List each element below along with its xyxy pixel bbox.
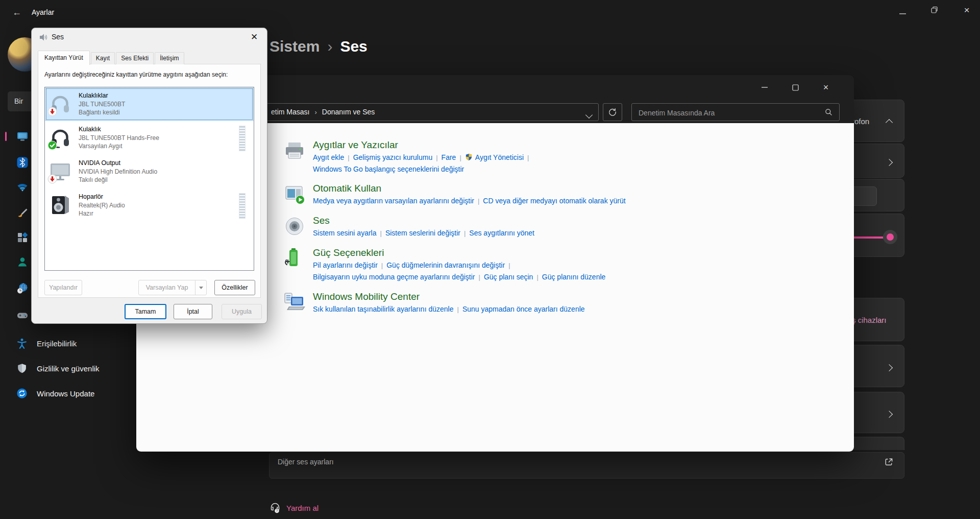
- minimize-icon[interactable]: [758, 81, 771, 93]
- cp-task-link[interactable]: Pil ayarlarını değiştir: [313, 261, 378, 269]
- ok-button[interactable]: Tamam: [125, 304, 166, 319]
- dialog-title: Ses: [52, 33, 64, 41]
- chevron-right-icon[interactable]: [887, 158, 893, 164]
- sidebar-item-system[interactable]: [16, 130, 29, 143]
- cp-section-title[interactable]: Windows Mobility Center: [313, 290, 585, 303]
- cp-task-link[interactable]: Medya veya aygıtların varsayılan ayarlar…: [313, 197, 474, 205]
- apply-button[interactable]: Uygula: [222, 304, 262, 319]
- sidebar-item-accessibility[interactable]: Erişilebilirlik: [5, 333, 133, 354]
- cp-section: SesSistem sesini ayarla|Sistem seslerini…: [283, 214, 794, 239]
- search-input[interactable]: [632, 104, 823, 122]
- properties-button[interactable]: Özellikler: [214, 280, 255, 295]
- cp-section-title[interactable]: Otomatik Kullan: [313, 182, 626, 195]
- cp-task-link[interactable]: Aygıt Yöneticisi: [465, 153, 524, 161]
- search-box[interactable]: [631, 103, 840, 121]
- tab-2[interactable]: Ses Efekti: [116, 52, 154, 64]
- close-icon[interactable]: ✕: [247, 31, 262, 44]
- address-dropdown-icon[interactable]: [586, 110, 592, 115]
- sidebar-item-windows-update[interactable]: Windows Update: [5, 383, 133, 404]
- cp-section: Windows Mobility CenterSık kullanılan ta…: [283, 290, 794, 315]
- address-breadcrumb: etim Masası›Donanım ve Ses: [271, 104, 375, 121]
- pair-device-link-fragment[interactable]: ş cihazları: [852, 315, 887, 324]
- cancel-button[interactable]: İptal: [174, 304, 212, 319]
- mobility-icon: [283, 291, 306, 314]
- cp-link-row: Medya veya aygıtların varsayılan ayarlar…: [313, 195, 626, 207]
- device-row[interactable]: HoparlörRealtek(R) AudioHazır: [45, 188, 254, 222]
- cp-section: Aygıtlar ve YazıcılarAygıt ekle|Gelişmiş…: [283, 138, 794, 175]
- app-title: Ayarlar: [32, 8, 54, 16]
- tab-0[interactable]: Kayıttan Yürüt: [38, 51, 90, 65]
- volume-slider-handle[interactable]: [883, 230, 897, 244]
- restore-icon[interactable]: [931, 6, 938, 13]
- close-icon[interactable]: ×: [819, 81, 832, 93]
- set-default-button[interactable]: Varsayılan Yap: [138, 280, 195, 295]
- refresh-button[interactable]: [603, 103, 622, 121]
- cp-task-link[interactable]: CD veya diğer medyayı otomatik olarak yü…: [483, 197, 625, 205]
- breadcrumb-current[interactable]: Donanım ve Ses: [322, 108, 375, 116]
- cp-task-link[interactable]: Güç planı seçin: [484, 273, 533, 281]
- help-headset-icon: ?: [269, 502, 281, 514]
- cp-link-row: Aygıt ekle|Gelişmiş yazıcı kurulumu|Fare…: [313, 152, 532, 163]
- sidebar-item-accounts[interactable]: [16, 256, 29, 268]
- refresh-icon: [608, 107, 617, 116]
- cp-link-row: Sık kullanılan taşınabilirlik ayarlarını…: [313, 303, 585, 315]
- shield-icon: [16, 363, 28, 374]
- breadcrumb-parent[interactable]: Sistem: [270, 38, 320, 55]
- cp-task-link[interactable]: Güç planını düzenle: [542, 273, 606, 281]
- breadcrumb-fragment[interactable]: etim Masası: [271, 108, 309, 116]
- sidebar-item-apps[interactable]: [16, 231, 29, 244]
- cp-section-title[interactable]: Güç Seçenekleri: [313, 246, 605, 260]
- headphones-icon: [49, 92, 71, 115]
- device-row[interactable]: KulaklıkJBL TUNE500BT Hands-FreeVarsayıl…: [45, 121, 254, 155]
- cp-link-row: Bilgisayarın uyku moduna geçme ayarların…: [313, 271, 605, 283]
- cp-task-link[interactable]: Sistem sesini ayarla: [313, 229, 377, 237]
- cp-task-link[interactable]: Gelişmiş yazıcı kurulumu: [353, 153, 433, 161]
- cp-task-link[interactable]: Sistem seslerini değiştir: [385, 229, 460, 237]
- close-icon[interactable]: ×: [961, 3, 973, 17]
- link-separator: |: [524, 154, 532, 161]
- tab-1[interactable]: Kayıt: [91, 52, 115, 64]
- chevron-right-icon[interactable]: [887, 363, 893, 369]
- microphone-card-title-fragment: rofon: [852, 116, 869, 125]
- cp-section-title[interactable]: Aygıtlar ve Yazıcılar: [313, 138, 532, 152]
- tab-3[interactable]: İletişim: [155, 52, 184, 64]
- sidebar-item-network[interactable]: [16, 181, 29, 193]
- sidebar-item-bluetooth[interactable]: [16, 156, 29, 169]
- cp-section-body: Windows Mobility CenterSık kullanılan ta…: [313, 290, 585, 315]
- search-icon: [824, 108, 833, 116]
- cp-task-link[interactable]: Windows To Go başlangıç seçeneklerini de…: [313, 165, 464, 173]
- devices-printers-icon: [283, 139, 306, 162]
- cp-task-link[interactable]: Fare: [442, 153, 456, 161]
- device-status: Bağlantı kesildi: [79, 109, 120, 116]
- cp-section-body: Aygıtlar ve YazıcılarAygıt ekle|Gelişmiş…: [313, 138, 532, 175]
- device-row[interactable]: NVIDIA OutputNVIDIA High Definition Audi…: [45, 155, 254, 188]
- chevron-right-icon[interactable]: [887, 410, 893, 416]
- back-button[interactable]: ←: [9, 5, 24, 19]
- cp-link-row: Windows To Go başlangıç seçeneklerini de…: [313, 163, 532, 175]
- uac-shield-icon: [465, 153, 473, 161]
- sidebar-item-personalization[interactable]: [16, 207, 29, 220]
- cp-task-link[interactable]: Aygıt ekle: [313, 153, 344, 161]
- page-title: Ses: [340, 38, 367, 55]
- apps-icon: [16, 231, 29, 244]
- maximize-icon[interactable]: [789, 81, 802, 93]
- set-default-dropdown-icon[interactable]: [195, 280, 207, 295]
- cp-task-link[interactable]: Sık kullanılan taşınabilirlik ayarlarını…: [313, 305, 453, 313]
- device-detail: JBL TUNE500BT: [79, 101, 125, 108]
- chevron-up-icon[interactable]: [887, 118, 893, 124]
- device-row[interactable]: KulaklıklarJBL TUNE500BTBağlantı kesildi: [45, 87, 254, 121]
- sidebar-item-time-language[interactable]: [16, 282, 29, 295]
- cp-task-link[interactable]: Ses aygıtlarını yönet: [469, 229, 534, 237]
- more-sound-settings-card[interactable]: Diğer ses ayarları: [269, 452, 904, 479]
- device-list[interactable]: KulaklıklarJBL TUNE500BTBağlantı kesildi…: [44, 87, 254, 271]
- get-help-link[interactable]: ? Yardım al: [269, 502, 422, 516]
- cp-section-body: Otomatik KullanMedya veya aygıtların var…: [313, 182, 626, 207]
- sidebar-item-gaming[interactable]: [16, 309, 29, 321]
- sidebar-item-privacy[interactable]: Gizlilik ve güvenlik: [5, 358, 133, 379]
- cp-section-title[interactable]: Ses: [313, 214, 534, 227]
- cp-task-link[interactable]: Bilgisayarın uyku moduna geçme ayarların…: [313, 273, 475, 281]
- minimize-icon[interactable]: [899, 10, 906, 17]
- cp-task-link[interactable]: Sunu yapmadan önce ayarları düzenle: [462, 305, 585, 313]
- configure-button[interactable]: Yapılandır: [44, 280, 82, 295]
- cp-task-link[interactable]: Güç düğmelerinin davranışını değiştir: [386, 261, 505, 269]
